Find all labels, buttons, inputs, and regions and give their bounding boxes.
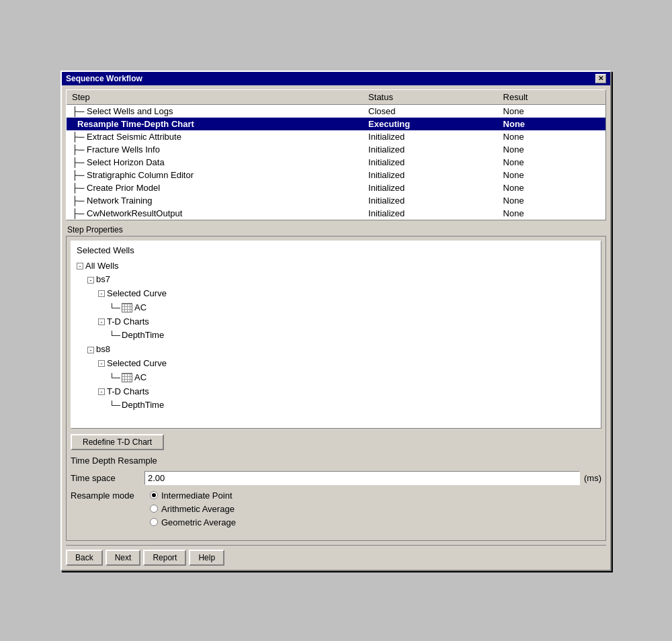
tree-item-label: bs8 xyxy=(96,343,110,357)
tree-connector: └─ xyxy=(109,399,120,412)
table-cell-step: ├─ CwNetworkResultOutput xyxy=(67,207,363,220)
tree-item-label: All Wells xyxy=(85,259,119,273)
table-cell-result: None xyxy=(498,118,605,130)
tree-item-label: T-D Charts xyxy=(107,315,149,329)
table-row[interactable]: ├─ Stratigraphic Column EditorInitialize… xyxy=(67,169,605,181)
tree-item: └─DepthTime xyxy=(77,329,595,343)
radio-inner-intermediate xyxy=(152,493,156,497)
tree-item-label: DepthTime xyxy=(122,329,164,343)
selected-wells-box: Selected Wells -All Wells-bs7-Selected C… xyxy=(71,241,601,429)
radio-row-intermediate[interactable]: Intermediate Point xyxy=(150,490,236,501)
close-button[interactable]: ✕ xyxy=(595,74,606,83)
tree-item-label: AC xyxy=(134,301,146,315)
window-body: Step Status Result ├─ Select Wells and L… xyxy=(62,85,610,570)
step-properties-panel: Selected Wells -All Wells-bs7-Selected C… xyxy=(66,236,606,541)
tree-item-label: DepthTime xyxy=(122,398,164,413)
help-button[interactable]: Help xyxy=(189,550,224,566)
tree-connector: └─ xyxy=(109,302,120,314)
next-button[interactable]: Next xyxy=(106,550,141,566)
tree-item: └─AC xyxy=(77,301,595,315)
table-cell-status: Initialized xyxy=(363,207,498,220)
close-icon: ✕ xyxy=(598,75,603,82)
expand-icon[interactable]: - xyxy=(98,388,105,395)
tree-container: -All Wells-bs7-Selected Curve└─AC-T-D Ch… xyxy=(77,259,595,413)
radio-label-arithmetic: Arithmetic Average xyxy=(161,504,235,514)
table-cell-result: None xyxy=(498,169,605,181)
table-header-row: Step Status Result xyxy=(67,90,605,105)
time-depth-resample-label: Time Depth Resample xyxy=(71,456,601,466)
col-header-status: Status xyxy=(363,90,498,105)
table-row[interactable]: ├─ Select Horizon DataInitializedNone xyxy=(67,156,605,169)
expand-icon[interactable]: - xyxy=(87,277,94,284)
tree-item: -bs8 xyxy=(77,343,595,357)
table-cell-result: None xyxy=(498,156,605,169)
tree-connector: └─ xyxy=(109,372,120,384)
table-cell-step: ├─ Create Prior Model xyxy=(67,181,363,194)
expand-icon[interactable]: - xyxy=(98,318,105,325)
table-cell-result: None xyxy=(498,181,605,194)
col-header-step: Step xyxy=(67,90,363,105)
table-cell-status: Initialized xyxy=(363,181,498,194)
tree-item-label: Selected Curve xyxy=(107,357,167,371)
table-cell-status: Initialized xyxy=(363,194,498,207)
table-cell-step: ├─ Network Training xyxy=(67,194,363,207)
table-row[interactable]: ├─ Network TrainingInitializedNone xyxy=(67,194,605,207)
table-cell-result: None xyxy=(498,143,605,156)
redefine-td-chart-button[interactable]: Redefine T-D Chart xyxy=(71,434,164,450)
expand-icon[interactable]: - xyxy=(98,360,105,367)
tree-item-label: AC xyxy=(134,371,146,385)
tree-item-label: T-D Charts xyxy=(107,385,149,399)
workflow-table: Step Status Result ├─ Select Wells and L… xyxy=(67,90,605,220)
table-cell-step: ├─ Fracture Wells Info xyxy=(67,143,363,156)
table-cell-step: ├─ Select Horizon Data xyxy=(67,156,363,169)
time-space-input[interactable] xyxy=(144,471,580,485)
radio-button-arithmetic[interactable] xyxy=(150,505,158,513)
title-bar: Sequence Workflow ✕ xyxy=(62,72,610,85)
radio-label-geometric: Geometric Average xyxy=(161,517,236,527)
expand-icon[interactable]: - xyxy=(87,347,94,353)
table-row[interactable]: ├─ Fracture Wells InfoInitializedNone xyxy=(67,143,605,156)
resample-mode-label: Resample mode xyxy=(71,490,144,501)
tree-item: -Selected Curve xyxy=(77,357,595,371)
table-cell-status: Closed xyxy=(363,104,498,118)
step-properties-label: Step Properties xyxy=(66,223,606,236)
workflow-table-body: ├─ Select Wells and LogsClosedNone Resam… xyxy=(67,104,605,220)
table-row[interactable]: ├─ Extract Seismic AttributeInitializedN… xyxy=(67,130,605,143)
radio-row-geometric[interactable]: Geometric Average xyxy=(150,517,236,527)
tree-item: -Selected Curve xyxy=(77,287,595,301)
time-space-row: Time space (ms) xyxy=(71,471,601,485)
resample-radio-group: Intermediate PointArithmetic AverageGeom… xyxy=(150,490,236,531)
table-row[interactable]: ├─ Select Wells and LogsClosedNone xyxy=(67,104,605,118)
col-header-result: Result xyxy=(498,90,605,105)
radio-row-arithmetic[interactable]: Arithmetic Average xyxy=(150,504,236,514)
table-cell-result: None xyxy=(498,207,605,220)
selected-wells-title: Selected Wells xyxy=(77,245,595,255)
expand-icon[interactable]: - xyxy=(77,263,83,269)
main-window: Sequence Workflow ✕ Step Status Result ├… xyxy=(60,71,612,571)
tree-connector: └─ xyxy=(109,329,120,342)
table-cell-result: None xyxy=(498,104,605,118)
tree-item: -All Wells xyxy=(77,259,595,273)
table-cell-step: ├─ Extract Seismic Attribute xyxy=(67,130,363,143)
time-space-label: Time space xyxy=(71,473,144,483)
radio-button-geometric[interactable] xyxy=(150,518,158,526)
radio-button-intermediate[interactable] xyxy=(150,491,158,499)
back-button[interactable]: Back xyxy=(66,550,103,566)
table-cell-result: None xyxy=(498,130,605,143)
table-cell-status: Initialized xyxy=(363,169,498,181)
table-cell-step: ├─ Select Wells and Logs xyxy=(67,104,363,118)
tree-item-label: Selected Curve xyxy=(107,287,167,301)
table-cell-status: Initialized xyxy=(363,156,498,169)
table-row[interactable]: ├─ Create Prior ModelInitializedNone xyxy=(67,181,605,194)
table-cell-step: ├─ Stratigraphic Column Editor xyxy=(67,169,363,181)
bottom-bar: Back Next Report Help xyxy=(66,545,606,566)
expand-icon[interactable]: - xyxy=(98,290,105,297)
table-cell-status: Executing xyxy=(363,118,498,130)
report-button[interactable]: Report xyxy=(143,550,186,566)
tree-item: -bs7 xyxy=(77,273,595,287)
time-space-unit: (ms) xyxy=(584,473,601,483)
table-row[interactable]: ├─ CwNetworkResultOutputInitializedNone xyxy=(67,207,605,220)
table-row[interactable]: Resample Time-Depth ChartExecutingNone xyxy=(67,118,605,130)
table-cell-status: Initialized xyxy=(363,130,498,143)
workflow-panel: Step Status Result ├─ Select Wells and L… xyxy=(66,89,606,220)
